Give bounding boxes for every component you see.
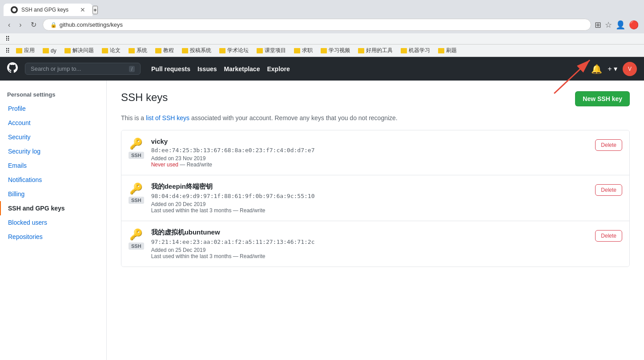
list-link[interactable]: list of SSH keys (146, 114, 189, 121)
key-icon-0: 🔑 (129, 138, 143, 150)
key-access-0: Read/write (187, 162, 212, 168)
bookmark-xitong[interactable]: 系统 (125, 46, 151, 55)
content-header: SSH keys New SSH key (121, 91, 630, 106)
key-item-0: 🔑 SSH vicky 8d:ee:74:25:3b:13:67:68:8a:e… (121, 130, 629, 175)
key-icon-1: 🔑 (129, 182, 143, 195)
forward-button[interactable]: › (16, 19, 24, 31)
key-details-0: vicky 8d:ee:74:25:3b:13:67:68:8a:e0:23:f… (151, 138, 588, 168)
bookmark-tougao[interactable]: 投稿系统 (178, 46, 215, 55)
sidebar-item-account[interactable]: Account (0, 116, 106, 130)
bookmarks-bar: ⠿ (0, 33, 644, 44)
new-tab-button[interactable]: + (93, 6, 98, 14)
bookmark-xueshu[interactable]: 学术论坛 (216, 46, 252, 55)
key-added-1: Added on 20 Dec 2019 (151, 201, 206, 207)
sidebar-item-blocked-users[interactable]: Blocked users (0, 215, 106, 230)
url-input[interactable]: 🔒 github.com/settings/keys (43, 19, 591, 31)
key-access-2: Read/write (240, 253, 265, 259)
nav-marketplace[interactable]: Marketplace (224, 65, 260, 73)
bookmark-haoyong[interactable]: 好用的工具 (354, 46, 396, 55)
bookmark-ketang[interactable]: 课堂项目 (253, 46, 290, 55)
bookmark-qiuzhi[interactable]: 求职 (290, 46, 316, 55)
close-tab-button[interactable]: ✕ (80, 6, 85, 13)
github-nav: Pull requests Issues Marketplace Explore (151, 65, 290, 73)
nav-pull-requests[interactable]: Pull requests (151, 65, 190, 73)
tab-title: SSH and GPG keys (21, 7, 76, 13)
bookmark-apps[interactable]: 应用 (12, 46, 38, 55)
svg-point-0 (12, 8, 16, 12)
sidebar-item-notifications[interactable]: Notifications (0, 173, 106, 187)
active-tab[interactable]: SSH and GPG keys ✕ (4, 4, 93, 16)
user-avatar[interactable]: V (623, 62, 637, 76)
ssh-badge-0: SSH (129, 152, 144, 159)
search-shortcut: / (129, 66, 135, 72)
key-icon-2: 🔑 (129, 228, 143, 241)
sidebar-section-title: Personal settings (0, 88, 106, 101)
sidebar-item-security[interactable]: Security (0, 130, 106, 144)
nav-explore[interactable]: Explore (267, 65, 290, 73)
browser-actions: ⊞ ☆ 👤 🔴 (595, 20, 639, 30)
key-icon-wrap-1: 🔑 SSH (129, 182, 144, 204)
key-added-0: Added on 23 Nov 2019 (151, 155, 206, 162)
key-fingerprint-0: 8d:ee:74:25:3b:13:67:68:8a:e0:23:f7:c4:0… (151, 147, 588, 154)
bookmark-icon[interactable]: ☆ (605, 20, 612, 30)
github-logo[interactable] (7, 62, 18, 76)
bookmark-xuexi[interactable]: 学习视频 (317, 46, 354, 55)
key-added-2: Added on 25 Dec 2019 (151, 247, 206, 253)
translate-icon[interactable]: ⊞ (595, 20, 601, 30)
delete-key-2-button[interactable]: Delete (595, 230, 622, 242)
key-icon-wrap-0: 🔑 SSH (129, 138, 144, 159)
search-box[interactable]: Search or jump to... / (25, 63, 141, 75)
sidebar-item-security-log[interactable]: Security log (0, 144, 106, 158)
key-lastused-1: Last used within the last 3 months (151, 207, 232, 214)
key-details-1: 我的deepin终端密钥 98:04:d4:e9:d9:97:1f:88:61:… (151, 182, 588, 214)
notifications-button[interactable]: 🔔 (591, 64, 602, 74)
key-fingerprint-1: 98:04:d4:e9:d9:97:1f:88:61:9f:0b:97:6a:9… (151, 193, 588, 199)
page-title: SSH keys (121, 91, 168, 104)
delete-key-1-button[interactable]: Delete (595, 184, 622, 196)
profile-icon[interactable]: 👤 (616, 20, 625, 30)
bookmark-jiaocheng[interactable]: 教程 (152, 46, 177, 55)
tab-bar: SSH and GPG keys ✕ + (0, 0, 644, 16)
key-details-2: 我的虚拟机ubuntunew 97:21:14:ee:23:aa:02:a1:f… (151, 228, 588, 259)
key-meta-0: Added on 23 Nov 2019 Never used — Read/w… (151, 155, 588, 168)
key-meta-2: Added on 25 Dec 2019 Last used within th… (151, 247, 588, 259)
key-name-0: vicky (151, 138, 588, 145)
new-ssh-key-button[interactable]: New SSH key (575, 91, 630, 106)
sidebar-item-ssh-gpg[interactable]: SSH and GPG keys (0, 201, 106, 215)
sidebar-item-billing[interactable]: Billing (0, 187, 106, 201)
header-actions: 🔔 + ▾ V (591, 62, 637, 76)
content-area: SSH keys New SSH key This is a list of S… (107, 81, 644, 360)
bookmark-jiqixuexi[interactable]: 机器学习 (397, 46, 434, 55)
bookmark-shuti[interactable]: 刷题 (435, 46, 460, 55)
key-fingerprint-2: 97:21:14:ee:23:aa:02:a1:f2:a5:11:27:13:4… (151, 239, 588, 245)
apps-grid-icon[interactable]: ⠿ (5, 47, 10, 54)
back-button[interactable]: ‹ (5, 19, 13, 31)
extension-icon[interactable]: 🔴 (629, 20, 639, 30)
github-header: Search or jump to... / Pull requests Iss… (0, 57, 644, 81)
bookmark-jiejue[interactable]: 解决问题 (61, 46, 97, 55)
lock-icon: 🔒 (50, 22, 57, 28)
key-access-1: Read/write (240, 207, 265, 214)
bookmark-lunwen[interactable]: 论文 (98, 46, 124, 55)
address-bar: ‹ › ↻ 🔒 github.com/settings/keys ⊞ ☆ 👤 🔴 (0, 16, 644, 33)
key-meta-1: Added on 20 Dec 2019 Last used within th… (151, 201, 588, 214)
nav-issues[interactable]: Issues (197, 65, 217, 73)
key-lastused-0: Never used (151, 162, 178, 168)
main-container: Personal settings Profile Account Securi… (0, 81, 644, 360)
plus-button[interactable]: + ▾ (608, 65, 617, 73)
apps-icon[interactable]: ⠿ (5, 35, 10, 42)
key-icon-wrap-2: 🔑 SSH (129, 228, 144, 250)
sidebar-item-profile[interactable]: Profile (0, 101, 106, 116)
bookmark-dy[interactable]: dy (39, 47, 60, 55)
sidebar-item-repositories[interactable]: Repositories (0, 230, 106, 244)
sidebar-item-emails[interactable]: Emails (0, 158, 106, 173)
key-name-1: 我的deepin终端密钥 (151, 182, 588, 191)
key-lastused-2: Last used within the last 3 months (151, 253, 232, 259)
reload-button[interactable]: ↻ (28, 19, 39, 31)
key-name-2: 我的虚拟机ubuntunew (151, 228, 588, 237)
ssh-badge-2: SSH (129, 243, 144, 250)
arrow-container: New SSH key (575, 91, 630, 106)
delete-key-0-button[interactable]: Delete (595, 139, 622, 151)
sidebar: Personal settings Profile Account Securi… (0, 81, 107, 360)
favicon (11, 6, 18, 13)
